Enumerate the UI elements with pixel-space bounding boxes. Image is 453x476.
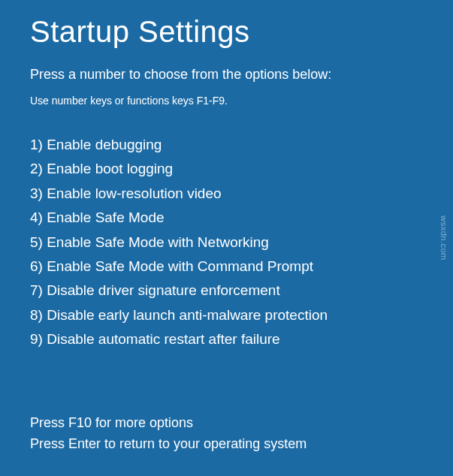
- page-title: Startup Settings: [30, 15, 423, 49]
- option-enable-safe-mode[interactable]: 4) Enable Safe Mode: [30, 206, 423, 229]
- option-enable-safe-mode-networking[interactable]: 5) Enable Safe Mode with Networking: [30, 231, 423, 254]
- key-hint: Use number keys or functions keys F1-F9.: [30, 95, 423, 107]
- return-os-hint: Press Enter to return to your operating …: [30, 434, 307, 455]
- option-disable-driver-signature[interactable]: 7) Disable driver signature enforcement: [30, 279, 423, 302]
- option-enable-low-res-video[interactable]: 3) Enable low-resolution video: [30, 182, 423, 205]
- more-options-hint: Press F10 for more options: [30, 413, 307, 434]
- footer-instructions: Press F10 for more options Press Enter t…: [30, 413, 307, 455]
- options-list: 1) Enable debugging 2) Enable boot loggi…: [30, 134, 423, 351]
- option-disable-anti-malware[interactable]: 8) Disable early launch anti-malware pro…: [30, 304, 423, 327]
- option-enable-debugging[interactable]: 1) Enable debugging: [30, 134, 423, 156]
- watermark: wsxdn.com: [439, 215, 448, 261]
- option-enable-safe-mode-cmd[interactable]: 6) Enable Safe Mode with Command Prompt: [30, 255, 423, 278]
- option-enable-boot-logging[interactable]: 2) Enable boot logging: [30, 158, 423, 180]
- instruction-subtitle: Press a number to choose from the option…: [30, 67, 423, 83]
- option-disable-auto-restart[interactable]: 9) Disable automatic restart after failu…: [30, 328, 423, 351]
